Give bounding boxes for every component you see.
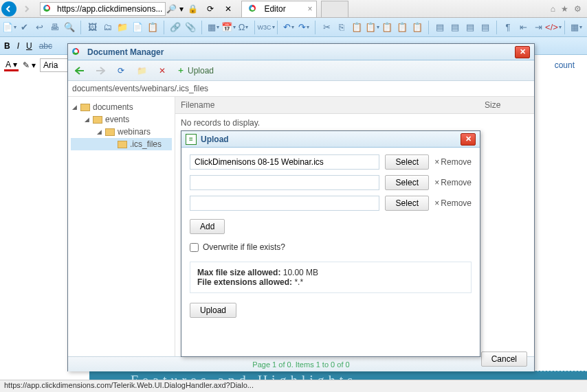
refresh-icon[interactable]: ⟳: [115, 65, 127, 77]
file-input-1[interactable]: [190, 154, 379, 170]
tree-node-ics-files[interactable]: .ics_files: [71, 138, 172, 150]
doc-mgr-title: Document Manager: [87, 47, 164, 57]
tree-node-documents[interactable]: ◢documents: [71, 101, 172, 113]
col-size[interactable]: Size: [479, 97, 534, 113]
upload-title-icon: ≡: [186, 134, 197, 145]
delete-icon[interactable]: ✕: [156, 65, 168, 77]
refresh-button[interactable]: ⟳: [201, 1, 219, 17]
tb-attach-icon[interactable]: 📎: [184, 21, 197, 34]
underline-button[interactable]: U: [26, 41, 32, 51]
tb-undo2-icon[interactable]: ↶▾: [283, 21, 295, 34]
tb-grp2-icon[interactable]: ▤: [449, 21, 461, 34]
file-input-2[interactable]: [190, 175, 379, 190]
upload-row: Select ×Remove: [190, 175, 472, 190]
select-button-2[interactable]: Select: [385, 175, 429, 190]
overwrite-checkbox-row: Overwrite if file exists?: [190, 242, 472, 252]
upload-titlebar[interactable]: ≡ Upload ✕: [181, 131, 480, 148]
tb-new-icon[interactable]: 📄▾: [3, 21, 15, 34]
file-input-3[interactable]: [190, 196, 379, 211]
tb-media-icon[interactable]: 📁: [116, 21, 129, 34]
tb-outdent-icon[interactable]: ⇥: [532, 21, 544, 34]
lock-icon: 🔒: [184, 1, 201, 17]
nav-fwd-icon[interactable]: [94, 65, 107, 77]
remove-button-1[interactable]: ×Remove: [434, 157, 472, 167]
plus-icon: ＋: [177, 65, 185, 76]
favorites-icon[interactable]: ★: [561, 4, 568, 14]
tb-paste5-icon[interactable]: 📋: [411, 21, 423, 34]
file-list-header: Filename Size: [175, 97, 534, 114]
tb-find-icon[interactable]: 🔍: [63, 21, 76, 34]
url-text: https://app.clickdimensions...: [57, 4, 162, 14]
tb-indent-icon[interactable]: ⇤: [517, 21, 529, 34]
bold-button[interactable]: B: [4, 41, 10, 51]
remove-button-3[interactable]: ×Remove: [434, 198, 472, 208]
doc-mgr-toolbar: ⟳ 📁 ✕ ＋ Upload: [68, 60, 534, 81]
tb-grp1-icon[interactable]: ▤: [434, 21, 446, 34]
italic-button[interactable]: I: [17, 41, 19, 51]
tools-icon[interactable]: ⚙: [574, 4, 582, 14]
upload-close-button[interactable]: ✕: [461, 133, 476, 146]
browser-chrome: https://app.clickdimensions... 🔎 ▾ 🔒 ⟳ ✕…: [0, 0, 587, 18]
home-icon[interactable]: ⌂: [551, 4, 555, 14]
max-size-label: Max file size allowed:: [197, 268, 280, 277]
new-tab[interactable]: [321, 1, 348, 17]
account-link[interactable]: count: [555, 60, 583, 70]
font-color-button[interactable]: A ▾: [4, 60, 19, 71]
tab-favicon: [249, 3, 260, 14]
tb-paste4-icon[interactable]: 📋: [396, 21, 408, 34]
upload-submit-button[interactable]: Upload: [190, 303, 236, 318]
tb-grp4-icon[interactable]: ▤: [479, 21, 491, 34]
tb-check-icon[interactable]: ✔: [18, 21, 30, 34]
tb-copy-icon[interactable]: ⎘: [335, 21, 348, 34]
tb-code-icon[interactable]: </>▾: [547, 21, 560, 34]
nav-back-icon[interactable]: [74, 65, 86, 77]
tb-layers-icon[interactable]: 🗂: [101, 21, 113, 34]
select-button-1[interactable]: Select: [385, 154, 429, 170]
select-button-3[interactable]: Select: [385, 196, 429, 211]
cancel-button[interactable]: Cancel: [481, 351, 527, 367]
col-filename[interactable]: Filename: [175, 97, 479, 113]
overwrite-label: Overwrite if file exists?: [203, 242, 285, 252]
tb-paste2-icon[interactable]: 📋▾: [366, 21, 378, 34]
back-button[interactable]: [0, 1, 18, 17]
tb-module-icon[interactable]: ▦▾: [570, 21, 582, 34]
stop-button[interactable]: ✕: [219, 1, 237, 17]
upload-row: Select ×Remove: [190, 196, 472, 211]
tb-undo-icon[interactable]: ↩: [33, 21, 45, 34]
tb-cut-icon[interactable]: ✂: [320, 21, 333, 34]
strike-button[interactable]: abc: [39, 41, 52, 51]
editor-toolbar: 📄▾ ✔ ↩ 🖶 🔍 🖼 🗂 📁 📄 📋 🔗 📎 ▦▾ 📅▾ Ω▾ W3C▾ ↶…: [0, 18, 587, 37]
tb-symbol-icon[interactable]: Ω▾: [237, 21, 250, 34]
tb-redo2-icon[interactable]: ↷▾: [298, 21, 310, 34]
tb-template-icon[interactable]: 📋: [146, 21, 159, 34]
browser-tab[interactable]: Editor ×: [241, 1, 317, 17]
tree-node-events[interactable]: ◢events: [71, 113, 172, 126]
breadcrumb-path: documents/events/webinars/.ics_files: [68, 81, 534, 97]
upload-button[interactable]: ＋ Upload: [177, 65, 214, 76]
search-dropdown[interactable]: 🔎 ▾: [166, 1, 184, 17]
tb-paste3-icon[interactable]: 📋: [381, 21, 393, 34]
tb-w3c-icon[interactable]: W3C▾: [260, 21, 272, 34]
forward-button[interactable]: [18, 1, 36, 17]
tb-print-icon[interactable]: 🖶: [48, 21, 60, 34]
upload-title: Upload: [201, 135, 229, 144]
highlight-button[interactable]: ✎ ▾: [23, 60, 36, 70]
tb-pilcrow-icon[interactable]: ¶: [502, 21, 514, 34]
overwrite-checkbox[interactable]: [190, 243, 199, 252]
add-button[interactable]: Add: [190, 219, 225, 234]
tab-close-icon[interactable]: ×: [307, 4, 312, 14]
tb-image-icon[interactable]: 🖼: [86, 21, 98, 34]
tb-paste-icon[interactable]: 📋: [351, 21, 363, 34]
doc-mgr-titlebar[interactable]: Document Manager ✕: [68, 44, 534, 60]
tree-node-webinars[interactable]: ◢webinars: [71, 126, 172, 138]
doc-mgr-close-button[interactable]: ✕: [515, 46, 530, 58]
tb-doc-icon[interactable]: 📄: [131, 21, 144, 34]
address-bar[interactable]: https://app.clickdimensions...: [40, 2, 166, 16]
new-folder-icon[interactable]: 📁: [135, 65, 148, 77]
tb-date-icon[interactable]: 📅▾: [222, 21, 234, 34]
tb-link-icon[interactable]: 🔗: [169, 21, 181, 34]
tb-table-icon[interactable]: ▦▾: [207, 21, 219, 34]
tb-grp3-icon[interactable]: ▤: [464, 21, 476, 34]
x-icon: ×: [434, 198, 439, 208]
remove-button-2[interactable]: ×Remove: [434, 178, 472, 187]
